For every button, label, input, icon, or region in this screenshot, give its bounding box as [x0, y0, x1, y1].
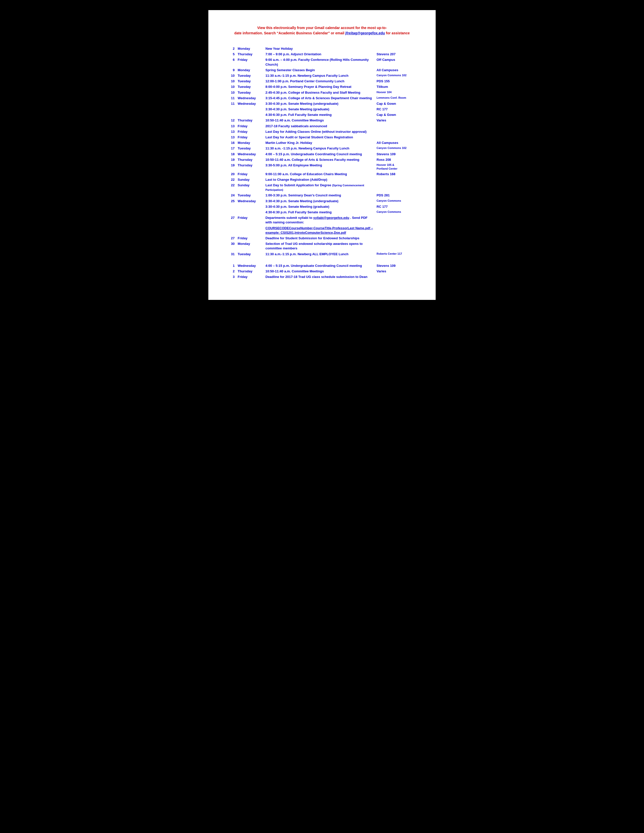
event-location: Stevens 109 [375, 263, 420, 269]
day-number: 5 [224, 51, 236, 57]
day-number: 22 [224, 177, 236, 182]
table-row: 27FridayDeadline for Student Submission … [224, 235, 420, 241]
event-description: 11:30 a.m.-1:15 p.m. Newberg ALL EMPLOYE… [264, 251, 375, 257]
day-number: 10 [224, 73, 236, 79]
table-row: 4:30-6:30 p.m. Full Faculty Senate meeti… [224, 112, 420, 117]
table-row: 2Thursday10:50-11:40 a.m. Committee Meet… [224, 269, 420, 274]
event-description: 11:30 a.m. -1:15 p.m. Newberg Campus Fac… [264, 146, 375, 151]
syllabi-email-link[interactable]: syllabi@georgefox.edu [313, 216, 349, 220]
table-row: 10Tuesday11:30 a.m.-1:15 p.m. Newberg Ca… [224, 73, 420, 79]
weekday-label: Tuesday [236, 146, 264, 151]
event-location [375, 129, 420, 135]
event-location [375, 177, 420, 182]
day-number: 6 [224, 57, 236, 67]
weekday-label: Monday [236, 140, 264, 146]
event-description: 2017-18 Faculty sabbaticals announced [264, 124, 375, 129]
weekday-label [236, 106, 264, 112]
weekday-label: Thursday [236, 51, 264, 57]
event-description: 10:50-11:40 a.m. Committee Meetings [264, 117, 375, 123]
weekday-label: Monday [236, 241, 264, 251]
day-number: 19 [224, 162, 236, 171]
day-number: 10 [224, 90, 236, 95]
event-location [375, 235, 420, 241]
event-description: 3:30-4:30 p.m. Senate Meeting (graduate) [264, 106, 375, 112]
day-number: 3 [224, 274, 236, 280]
event-location: Stevens 109 [375, 151, 420, 157]
day-number: 25 [224, 198, 236, 204]
day-number: 2 [224, 269, 236, 274]
event-location: Ross 208 [375, 157, 420, 162]
table-row: 25Wednesday3:30-4:30 p.m. Senate Meeting… [224, 198, 420, 204]
syllabi-link[interactable]: COURSECODECourseNumber,CourseTitle,Profe… [266, 226, 373, 235]
event-location [375, 215, 420, 225]
event-location: Hoover 104 [375, 90, 420, 95]
event-location: Cap & Gown [375, 112, 420, 117]
event-description: 10:50-11:40 a.m. College of Arts & Scien… [264, 157, 375, 162]
location-line1: Hoover 105 & [377, 163, 394, 166]
day-number: 19 [224, 157, 236, 162]
table-row: 9MondaySpring Semester Classes BeginAll … [224, 68, 420, 73]
table-row: 10Tuesday12:00-1:00 p.m. Portland Center… [224, 79, 420, 84]
event-description: Last Day for Audit or Special Student Cl… [264, 135, 375, 140]
event-location: Canyon Commons [375, 209, 420, 215]
event-location: All Campuses [375, 140, 420, 146]
event-description: 12:00-1:00 p.m. Portland Center Communit… [264, 79, 375, 84]
event-location: Cap & Gown [375, 101, 420, 106]
weekday-label: Thursday [236, 269, 264, 274]
table-row: 4:30-6:30 p.m. Full Faculty Senate meeti… [224, 209, 420, 215]
table-row: 30MondaySelection of Trad UG endowed sch… [224, 241, 420, 251]
weekday-label: Sunday [236, 182, 264, 193]
weekday-label: Wednesday [236, 95, 264, 101]
day-number [224, 112, 236, 117]
table-row: 6Friday9:00 a.m. – 4:00 p.m. Faculty Con… [224, 57, 420, 67]
event-location: Roberts 168 [375, 171, 420, 177]
event-location [375, 46, 420, 51]
header: View this electronically from your Gmail… [224, 25, 420, 36]
day-number: 31 [224, 251, 236, 257]
header-line3: for assistance [386, 31, 410, 35]
header-email[interactable]: jfreitag@georgefox.edu [345, 31, 385, 35]
weekday-label: Tuesday [236, 90, 264, 95]
weekday-label: Tuesday [236, 79, 264, 84]
event-description: Deadline for Student Submission for Endo… [264, 235, 375, 241]
event-location: RC 177 [375, 204, 420, 209]
event-description: 8:00-4:00 p.m. Seminary Prayer & Plannin… [264, 84, 375, 90]
day-number: 13 [224, 135, 236, 140]
table-row: 16MondayMartin Luther King Jr. HolidayAl… [224, 140, 420, 146]
table-row: 24Tuesday1:00-3:30 p.m. Seminary Dean’s … [224, 193, 420, 198]
event-location [375, 124, 420, 129]
table-row: 22SundayLast to Change Registration (Add… [224, 177, 420, 182]
table-row: 22SundayLast Day to Submit Application f… [224, 182, 420, 193]
day-number [224, 225, 236, 235]
event-location [375, 182, 420, 193]
event-description: Last to Change Registration (Add/Drop) [264, 177, 375, 182]
event-description: Departments submit syllabi to syllabi@ge… [264, 215, 375, 225]
weekday-label: Thursday [236, 117, 264, 123]
weekday-label: Friday [236, 235, 264, 241]
weekday-label [236, 209, 264, 215]
table-row: 11Wednesday3:15-4:45 p.m. College of Art… [224, 95, 420, 101]
table-row: 3:30-4:30 p.m. Senate Meeting (graduate)… [224, 204, 420, 209]
table-row: 5Thursday7:00 – 9:00 p.m. Adjunct Orient… [224, 51, 420, 57]
day-number [224, 209, 236, 215]
event-description: 11:30 a.m.-1:15 p.m. Newberg Campus Facu… [264, 73, 375, 79]
weekday-label: Friday [236, 135, 264, 140]
table-row: 2MondayNew Year Holiday [224, 46, 420, 51]
weekday-label: Wednesday [236, 151, 264, 157]
day-number [224, 106, 236, 112]
event-description: 4:30-6:30 p.m. Full Faculty Senate meeti… [264, 209, 375, 215]
header-line1: View this electronically from your Gmail… [257, 26, 386, 30]
event-description: 4:00 – 5:15 p.m. Undergraduate Coordinat… [264, 151, 375, 157]
event-description: COURSECODECourseNumber,CourseTitle,Profe… [264, 225, 375, 235]
day-number: 24 [224, 193, 236, 198]
event-location: Canyon Commons 102 [375, 146, 420, 151]
event-location: Canyon Commons 102 [375, 73, 420, 79]
table-row: 19Thursday10:50-11:40 a.m. College of Ar… [224, 157, 420, 162]
day-number: 1 [224, 263, 236, 269]
table-row: 13FridayLast Day for Adding Classes Onli… [224, 129, 420, 135]
table-row: 20Friday9:00-11:00 a.m. College of Educa… [224, 171, 420, 177]
weekday-label: Friday [236, 129, 264, 135]
event-description: 3:30-4:30 p.m. Senate Meeting (undergrad… [264, 198, 375, 204]
event-location: RC 177 [375, 106, 420, 112]
weekday-label [236, 112, 264, 117]
